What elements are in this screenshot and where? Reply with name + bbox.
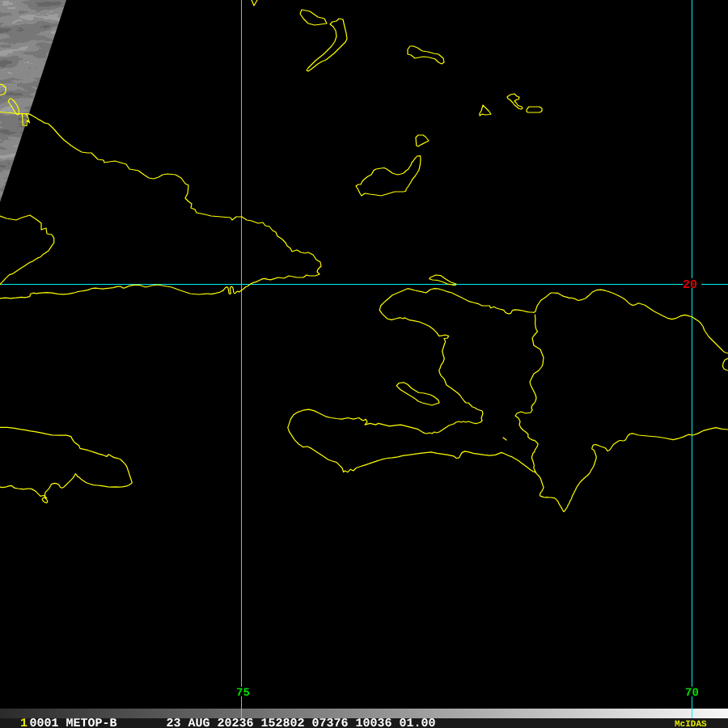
svg-text:20: 20 (683, 278, 697, 292)
svg-text:70: 70 (685, 687, 699, 700)
svg-text:75: 75 (236, 687, 250, 700)
svg-text:McIDAS: McIDAS (675, 720, 707, 728)
svg-text:1: 1 (20, 717, 28, 728)
svg-text:23 AUG 20236 152802 07376 1003: 23 AUG 20236 152802 07376 10036 01.00 (167, 717, 436, 728)
svg-text:0001 METOP-B: 0001 METOP-B (30, 717, 117, 728)
